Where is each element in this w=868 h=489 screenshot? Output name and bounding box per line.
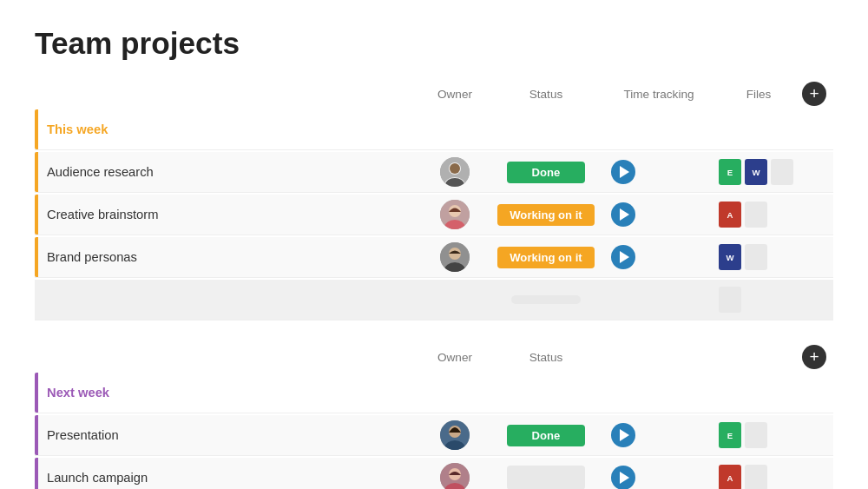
file-icon-word-personas[interactable]: W bbox=[719, 244, 741, 270]
play-button-creative-brainstorm[interactable] bbox=[611, 202, 635, 227]
play-icon-presentation bbox=[620, 429, 629, 441]
next-week-header-row: Next week bbox=[35, 373, 833, 413]
owner-brand-personas bbox=[420, 242, 490, 272]
files-brand-personas: W bbox=[715, 244, 802, 270]
avatar-person-female-2 bbox=[440, 420, 470, 450]
play-icon-audience-research bbox=[620, 166, 629, 178]
task-name-creative-brainstorm: Creative brainstorm bbox=[38, 197, 420, 232]
file-icon-word-audience[interactable]: W bbox=[745, 159, 767, 185]
avatar-person-male-1 bbox=[440, 157, 470, 187]
owner-presentation bbox=[420, 420, 490, 450]
avatar-person-female-3 bbox=[440, 463, 470, 489]
file-icon-acrobat-campaign[interactable]: A bbox=[719, 465, 741, 489]
status-presentation: Done bbox=[490, 425, 602, 446]
avatar-person-male-2 bbox=[440, 242, 470, 272]
file-icon-excel-presentation[interactable]: E bbox=[719, 422, 741, 448]
this-week-header-row: This week bbox=[35, 109, 833, 150]
this-week-column-headers: Owner Status Time tracking Files + bbox=[35, 82, 833, 109]
files-launch-campaign: A bbox=[715, 465, 802, 489]
status-launch-campaign bbox=[490, 466, 602, 489]
status-header: Status bbox=[490, 88, 602, 101]
status-header-next: Status bbox=[490, 351, 602, 364]
page-title: Team projects bbox=[35, 26, 833, 61]
status-brand-personas: Working on it bbox=[490, 247, 602, 268]
file-icon-acrobat-brainstorm[interactable]: A bbox=[719, 202, 741, 228]
time-launch-campaign[interactable] bbox=[602, 466, 715, 489]
add-next-week-button[interactable]: + bbox=[802, 345, 826, 369]
owner-launch-campaign bbox=[420, 463, 490, 489]
play-icon-brand-personas bbox=[620, 251, 629, 263]
owner-creative-brainstorm bbox=[420, 200, 490, 229]
owner-header: Owner bbox=[420, 88, 490, 101]
next-week-section: Owner Status + Next week Presentation Do… bbox=[35, 345, 833, 489]
file-icon-excel-audience[interactable]: E bbox=[719, 159, 741, 185]
play-button-audience-research[interactable] bbox=[611, 160, 635, 184]
owner-audience-research bbox=[420, 157, 490, 187]
play-button-brand-personas[interactable] bbox=[611, 245, 635, 269]
task-name-presentation: Presentation bbox=[38, 418, 420, 453]
task-row-creative-brainstorm: Creative brainstorm Working on it A bbox=[35, 195, 833, 235]
play-icon-creative-brainstorm bbox=[620, 208, 629, 221]
status-audience-research: Done bbox=[490, 162, 602, 183]
time-audience-research[interactable] bbox=[602, 160, 715, 184]
task-name-brand-personas: Brand personas bbox=[38, 240, 420, 274]
file-empty-personas bbox=[745, 244, 767, 270]
owner-header-next: Owner bbox=[420, 351, 490, 364]
files-creative-brainstorm: A bbox=[715, 202, 802, 228]
avatar-person-female-1 bbox=[440, 200, 470, 229]
file-empty-brainstorm bbox=[745, 202, 767, 228]
file-empty-presentation bbox=[745, 422, 767, 448]
file-empty-campaign bbox=[745, 465, 767, 489]
status-creative-brainstorm: Working on it bbox=[490, 204, 602, 226]
time-brand-personas[interactable] bbox=[602, 245, 715, 269]
file-empty-audience bbox=[771, 159, 793, 185]
play-button-presentation[interactable] bbox=[611, 423, 635, 447]
task-row-launch-campaign: Launch campaign A bbox=[35, 458, 833, 489]
time-creative-brainstorm[interactable] bbox=[602, 202, 715, 227]
this-week-title: This week bbox=[38, 112, 833, 147]
time-presentation[interactable] bbox=[602, 423, 715, 447]
task-row-presentation: Presentation Done E bbox=[35, 415, 833, 456]
files-header: Files bbox=[715, 88, 802, 101]
svg-point-3 bbox=[450, 163, 460, 174]
task-name-audience-research: Audience research bbox=[38, 155, 420, 189]
next-week-column-headers: Owner Status + bbox=[35, 345, 833, 373]
files-audience-research: E W bbox=[715, 159, 802, 185]
task-name-launch-campaign: Launch campaign bbox=[38, 460, 420, 489]
play-button-launch-campaign[interactable] bbox=[611, 466, 635, 489]
files-presentation: E bbox=[715, 422, 802, 448]
time-header: Time tracking bbox=[602, 88, 715, 101]
add-this-week-button[interactable]: + bbox=[802, 82, 826, 106]
task-row-audience-research: Audience research Done E W bbox=[35, 152, 833, 193]
task-row-brand-personas: Brand personas Working on it W bbox=[35, 237, 833, 278]
this-week-section: Owner Status Time tracking Files + This … bbox=[35, 82, 833, 320]
this-week-empty-row bbox=[35, 280, 833, 320]
play-icon-launch-campaign bbox=[620, 472, 629, 484]
next-week-title: Next week bbox=[38, 375, 833, 410]
